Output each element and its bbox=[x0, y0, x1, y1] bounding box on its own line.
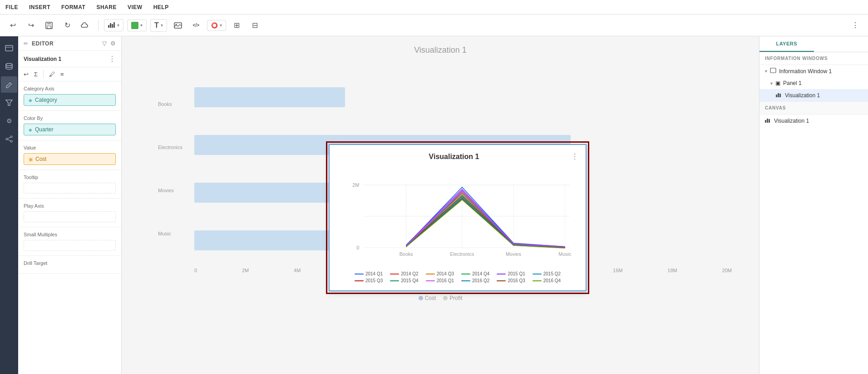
filter-icon-bar[interactable] bbox=[1, 95, 17, 111]
legend-2014q2: 2014 Q2 bbox=[390, 271, 418, 276]
legend-2016q4: 2016 Q4 bbox=[533, 278, 561, 283]
canvas-viz-label: Visualization 1 bbox=[774, 118, 809, 124]
x-label-20m: 20M bbox=[722, 268, 732, 273]
image-button[interactable] bbox=[171, 18, 185, 33]
viz-1-label: Visualization 1 bbox=[785, 92, 820, 99]
editor-gear-icon[interactable]: ⚙ bbox=[110, 40, 116, 47]
x-label-18m: 18M bbox=[667, 268, 677, 273]
y-label-electronics: Electronics bbox=[158, 145, 182, 150]
undo-icon[interactable]: ↩ bbox=[24, 71, 29, 78]
menu-share[interactable]: SHARE bbox=[96, 4, 117, 10]
legend-2015q4: 2015 Q4 bbox=[390, 278, 418, 283]
legend-label-2016q1: 2016 Q1 bbox=[437, 278, 454, 283]
legend-line-2015q1 bbox=[497, 274, 506, 274]
bar-books-row bbox=[194, 87, 732, 107]
svg-marker-12 bbox=[6, 100, 12, 105]
cost-pill-text: Cost bbox=[35, 156, 47, 162]
editor-icon-bar[interactable] bbox=[1, 76, 17, 93]
svg-rect-33 bbox=[778, 93, 779, 97]
menu-format[interactable]: FORMAT bbox=[61, 4, 85, 10]
adjust-icon[interactable]: ≡ bbox=[60, 71, 64, 78]
cost-footer-label: Cost bbox=[425, 295, 436, 301]
color-theme-selector[interactable]: ▾ bbox=[127, 20, 147, 31]
legend-line-2016q1 bbox=[426, 280, 435, 281]
add-frame-button[interactable]: ⊞ bbox=[230, 18, 244, 33]
quarter-pill-text: Quarter bbox=[35, 126, 54, 133]
html-button[interactable]: </> bbox=[189, 18, 203, 33]
x-label-4m: 4M bbox=[294, 268, 301, 273]
canvas-section-header: CANVAS bbox=[760, 101, 868, 115]
info-window-1-label: Information Window 1 bbox=[779, 68, 832, 75]
panel-1-label: Panel 1 bbox=[783, 80, 802, 86]
play-axis-drop-zone[interactable] bbox=[24, 211, 116, 222]
more-options-button[interactable]: ⋮ bbox=[848, 18, 863, 33]
category-axis-pill[interactable]: ◆ Category bbox=[24, 94, 116, 106]
profit-footer-label: Profit bbox=[449, 295, 462, 301]
right-panel-tabs: LAYERS bbox=[760, 36, 868, 52]
refresh-button[interactable]: ↻ bbox=[60, 18, 74, 33]
data-icon-bar[interactable] bbox=[1, 58, 17, 75]
save-button[interactable] bbox=[42, 18, 56, 33]
viz-1-icon bbox=[776, 92, 782, 99]
viz-item-label: Visualization 1 bbox=[24, 56, 105, 62]
menu-file[interactable]: FILE bbox=[5, 4, 18, 10]
main-chart-title: Visualization 1 bbox=[414, 45, 467, 55]
editor-panel: ✏ EDITOR ▽ ⚙ Visualization 1 ⋮ ↩ Σ 🖊 ≡ C… bbox=[18, 36, 122, 374]
tooltip-drop-zone[interactable] bbox=[24, 183, 116, 194]
cloud-save-button[interactable] bbox=[78, 18, 93, 33]
value-label: Value bbox=[24, 145, 116, 150]
tab-second[interactable] bbox=[814, 36, 868, 52]
legend-line-2014q2 bbox=[390, 274, 399, 274]
svg-rect-5 bbox=[112, 24, 113, 28]
y-label-books: Books bbox=[158, 101, 182, 107]
info-window-arrow: ▾ bbox=[765, 69, 767, 74]
remove-frame-button[interactable]: ⊟ bbox=[248, 18, 262, 33]
color-by-pill[interactable]: ◆ Quarter bbox=[24, 124, 116, 135]
svg-point-13 bbox=[10, 136, 12, 138]
legend-2014q1: 2014 Q1 bbox=[355, 271, 383, 276]
svg-rect-6 bbox=[113, 22, 115, 28]
sigma-icon[interactable]: Σ bbox=[34, 71, 38, 78]
legend-label-2016q2: 2016 Q2 bbox=[472, 278, 489, 283]
menu-view[interactable]: VIEW bbox=[128, 4, 143, 10]
popup-menu-icon[interactable]: ⋮ bbox=[571, 152, 578, 161]
svg-rect-3 bbox=[108, 25, 109, 28]
editor-filter-icon[interactable]: ▽ bbox=[102, 40, 107, 47]
shape-selector[interactable]: ⭕ ▾ bbox=[207, 20, 226, 31]
legend-label-2014q3: 2014 Q3 bbox=[437, 271, 454, 276]
popup-header: Visualization 1 ⋮ bbox=[337, 152, 578, 161]
menu-insert[interactable]: INSERT bbox=[29, 4, 50, 10]
text-selector[interactable]: T ▾ bbox=[150, 19, 167, 32]
drill-target-label: Drill Target bbox=[24, 260, 116, 266]
chart-type-selector[interactable]: ▾ bbox=[104, 19, 123, 31]
svg-rect-35 bbox=[765, 120, 766, 123]
svg-point-15 bbox=[10, 140, 12, 142]
share-icon-bar[interactable] bbox=[1, 131, 17, 147]
legend-label-2015q3: 2015 Q3 bbox=[365, 278, 383, 283]
svg-rect-4 bbox=[110, 23, 111, 28]
small-multiples-drop-zone[interactable] bbox=[24, 240, 116, 251]
viz-1-item[interactable]: Visualization 1 bbox=[760, 89, 868, 101]
tab-layers[interactable]: LAYERS bbox=[760, 36, 814, 52]
small-multiples-section: Small Multiples bbox=[18, 227, 121, 256]
legend-line-2016q2 bbox=[461, 280, 470, 281]
undo-button[interactable]: ↩ bbox=[5, 18, 20, 33]
value-pill[interactable]: ▣ Cost bbox=[24, 153, 116, 165]
chart-type-icon bbox=[108, 21, 115, 29]
settings-icon-bar[interactable]: ⚙ bbox=[1, 113, 17, 129]
svg-text:Books: Books bbox=[399, 251, 414, 257]
category-diamond-icon: ◆ bbox=[29, 98, 32, 103]
viz-item-menu-icon[interactable]: ⋮ bbox=[108, 55, 116, 63]
home-icon-bar[interactable] bbox=[1, 40, 17, 56]
canvas-viz-item[interactable]: Visualization 1 bbox=[760, 115, 868, 127]
svg-point-11 bbox=[6, 64, 12, 66]
menu-help[interactable]: HELP bbox=[153, 4, 169, 10]
popup-border: Visualization 1 ⋮ 2M 0 bbox=[326, 141, 589, 294]
chart-legend: 2014 Q1 2014 Q2 2014 Q3 bbox=[337, 271, 578, 283]
panel-1-item[interactable]: ▾ ▣ Panel 1 bbox=[760, 77, 868, 89]
right-panel: LAYERS INFORMATION WINDOWS ▾ Information… bbox=[759, 36, 868, 374]
info-window-1-item[interactable]: ▾ Information Window 1 bbox=[760, 65, 868, 77]
brush-icon[interactable]: 🖊 bbox=[49, 71, 55, 78]
svg-rect-36 bbox=[767, 119, 768, 123]
redo-button[interactable]: ↪ bbox=[24, 18, 38, 33]
